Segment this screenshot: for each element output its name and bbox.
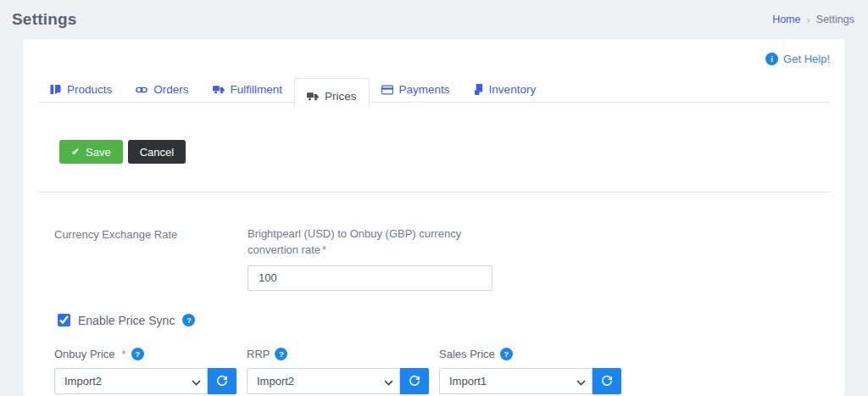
price-mapping-row: Onbuy Price* ? Import2	[54, 348, 830, 394]
tab-prices[interactable]: Prices	[294, 78, 370, 109]
conversion-rate-label-text: Brightpearl (USD) to Onbuy (GBP) currenc…	[248, 227, 461, 256]
question-icon[interactable]: ?	[182, 314, 195, 326]
save-button[interactable]: ✔ Save	[59, 140, 123, 164]
breadcrumb-separator-icon: ›	[806, 14, 810, 26]
breadcrumb-current: Settings	[816, 14, 854, 25]
onbuy-price-field: Onbuy Price* ? Import2	[54, 348, 236, 394]
tab-bar: Products Orders Fulfillment Prices	[38, 78, 830, 109]
breadcrumb-home-link[interactable]: Home	[772, 14, 800, 25]
rrp-refresh-button[interactable]	[400, 368, 429, 394]
help-row: i Get Help!	[38, 47, 830, 70]
rrp-select[interactable]: Import2	[247, 368, 400, 394]
tab-fulfillment[interactable]: Fulfillment	[201, 78, 295, 101]
onbuy-price-label: Onbuy Price	[54, 348, 115, 360]
tab-orders-label: Orders	[153, 83, 188, 96]
get-help-label: Get Help!	[783, 53, 830, 65]
prices-truck-icon	[307, 91, 319, 102]
currency-exchange-section: Currency Exchange Rate Brightpearl (USD)…	[54, 226, 830, 291]
tab-products-label: Products	[67, 83, 112, 96]
tab-inventory-label: Inventory	[489, 83, 537, 96]
inventory-bookmark-icon	[474, 84, 483, 95]
cancel-button-label: Cancel	[140, 146, 174, 159]
prices-tab-panel: ✔ Save Cancel Currency Exchange Rate Bri…	[38, 140, 830, 394]
check-icon: ✔	[71, 146, 80, 158]
refresh-icon	[216, 375, 228, 387]
fulfillment-truck-icon	[213, 84, 225, 95]
section-divider	[38, 192, 830, 192]
tab-payments[interactable]: Payments	[370, 78, 462, 101]
tab-inventory[interactable]: Inventory	[462, 78, 548, 101]
info-icon: i	[765, 53, 778, 65]
enable-price-sync-checkbox[interactable]	[58, 314, 70, 326]
rrp-field: RRP ? Import2	[247, 348, 429, 394]
refresh-icon	[601, 375, 613, 387]
get-help-link[interactable]: i Get Help!	[765, 53, 830, 65]
enable-price-sync-row: Enable Price Sync ?	[58, 314, 830, 327]
sales-price-select[interactable]: Import1	[439, 368, 593, 394]
required-marker: *	[122, 348, 126, 360]
question-icon[interactable]: ?	[131, 348, 144, 360]
breadcrumb: Home › Settings	[772, 14, 854, 26]
form-actions: ✔ Save Cancel	[59, 140, 830, 164]
question-icon[interactable]: ?	[275, 348, 287, 360]
orders-icon	[136, 84, 147, 96]
cancel-button[interactable]: Cancel	[128, 140, 186, 164]
sales-price-field: Sales Price ? Import1	[439, 348, 621, 394]
save-button-label: Save	[86, 146, 111, 159]
tab-orders[interactable]: Orders	[124, 78, 200, 101]
payments-card-icon	[381, 85, 393, 95]
currency-exchange-label: Currency Exchange Rate	[54, 226, 248, 291]
tab-products[interactable]: Products	[38, 78, 124, 101]
question-icon[interactable]: ?	[500, 348, 513, 360]
sales-price-label: Sales Price	[439, 348, 495, 360]
rrp-label: RRP	[247, 348, 270, 360]
sales-price-refresh-button[interactable]	[593, 368, 621, 394]
conversion-rate-input[interactable]	[248, 265, 492, 291]
enable-price-sync-label: Enable Price Sync	[78, 314, 175, 327]
onbuy-price-select[interactable]: Import2	[54, 368, 208, 394]
tab-fulfillment-label: Fulfillment	[231, 83, 283, 96]
conversion-rate-label: Brightpearl (USD) to Onbuy (GBP) currenc…	[248, 226, 478, 259]
tab-payments-label: Payments	[399, 83, 450, 96]
onbuy-price-refresh-button[interactable]	[208, 368, 236, 394]
required-marker: *	[322, 243, 326, 256]
tab-prices-label: Prices	[325, 90, 357, 103]
products-icon	[50, 84, 61, 95]
page-title: Settings	[12, 10, 77, 29]
page-header: Settings Home › Settings	[0, 0, 868, 39]
refresh-icon	[409, 375, 420, 387]
settings-card: i Get Help! Products Orders	[23, 39, 845, 396]
